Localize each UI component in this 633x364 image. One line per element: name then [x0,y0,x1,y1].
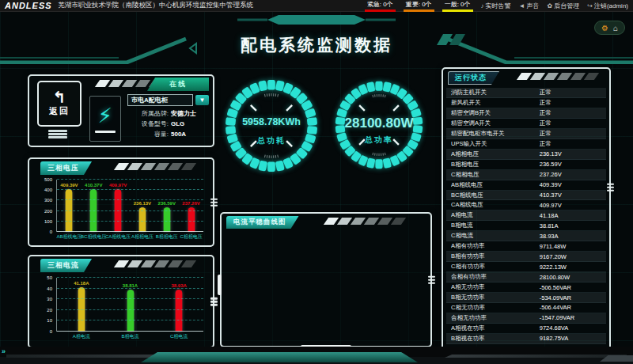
alarm-badge-critical[interactable]: 紧急: 0个 [365,0,396,12]
status-row: 精密空调A开关正常 [446,119,606,129]
menu-label: 注销(admin) [594,2,628,10]
bar-value-label: 41.18A [74,281,89,286]
back-button-label: 返回 [49,105,70,117]
status-row-value: 236.59V [540,161,606,168]
bar-value-label: 409.97V [109,183,127,188]
x-category-label: A相电流 [73,333,90,340]
y-tick-label: 400 [44,188,52,192]
x-category-label: AB相线电压 [56,233,81,241]
field-label: 容量: [127,129,169,139]
bar-slot: 409.97VCA相线电压 [106,180,131,232]
status-row-label: A相有功功率 [451,242,540,250]
status-row: A相有功功率9711.48W [446,241,606,252]
voltage-bar-chart: 0100200300400500 409.39VAB相线电压410.37VBC相… [56,180,203,232]
bar-slot: 409.39VAB相线电压 [57,180,81,232]
bar [127,290,134,332]
status-row-value: 409.97V [540,202,606,209]
status-row: B相有功功率9167.20W [446,252,606,262]
footer-bar-right [445,355,627,358]
cabinet-selector: 市电A配电柜 ▼ [127,94,209,106]
status-row-label: B相相电压 [451,161,540,169]
status-row: CA相线电压409.97V [446,200,606,210]
bar-slot: 236.13VA相相电压 [130,180,154,232]
status-row-value: 正常 [540,119,606,127]
status-row: B相无功功率-534.09VAR [446,293,606,303]
alarm-label: 紧急: [367,1,381,8]
menu-logout[interactable]: ↪注销(admin) [587,2,628,10]
status-row-label: 合相有功功率 [451,273,540,281]
status-row-label: B相电流 [451,222,540,229]
connector-decoration [48,130,67,138]
plot-area: 41.18AA相电流38.81AB相电流38.93AC相电流 [56,278,203,332]
status-row-value: 41.18A [540,212,606,219]
status-row-value: 38.93A [540,233,606,240]
status-row: C相电流38.93A [446,231,606,241]
status-row: C相有功功率9222.13W [446,262,606,272]
status-row: BC相线电压410.37V [446,191,606,201]
total-power-gauge: 28100.80W 总功率 [332,78,426,172]
status-row: A相电流41.18A [446,210,606,221]
status-row-value: -534.09VAR [540,294,606,301]
menu-label: 声音 [526,2,539,10]
panel-grip-decoration [428,275,435,284]
alarm-badge-important[interactable]: 重要: 0个 [404,0,434,12]
settings-gear-icon[interactable]: ⚙ [601,24,608,32]
panel-grip-decoration [607,183,614,191]
status-row: 消防主机开关正常 [446,88,606,98]
status-row: A相视在功率9724.68VA [446,324,606,334]
field-value: GLG [171,119,184,129]
chevron-down-icon[interactable]: ▼ [195,95,209,105]
alarm-badge-general[interactable]: 一般: 0个 [442,0,473,12]
gauge-value: 28100.80W [332,116,426,131]
gauge-label: 总功耗 [222,135,320,146]
curve-panel-tab: 电流平稳曲线图 [226,216,299,229]
device-info-panel: 在线 ↰ 返回 ⚡ 市电A配电柜 ▼ 所属品牌: 安德力士 设备型号: GLG … [28,74,214,147]
bar-slot: 41.18AA相电流 [57,278,106,332]
status-row-label: C相电流 [451,232,540,240]
status-row-value: 9182.75VA [540,335,606,342]
bar [176,290,183,332]
status-row-value: -1547.09VAR [540,314,606,321]
y-tick-label: 0 [50,329,52,334]
panel-decoration-slashes [116,260,194,267]
total-consumption-gauge: 5958.78KWh 总功耗 [222,77,320,175]
home-icon[interactable]: ⌂ [613,24,618,32]
bar-value-label: 410.37V [85,183,102,188]
y-tick-label: 500 [44,177,52,182]
bar-value-label: 236.13V [134,201,151,206]
back-button[interactable]: ↰ 返回 [37,81,81,127]
panel-bracket-decoration [218,275,222,295]
status-badge: 在线 [147,78,209,91]
x-category-label: CA相线电压 [105,233,131,241]
menu-admin[interactable]: ✿后台管理 [547,2,579,10]
x-category-label: BC相线电压 [81,233,106,241]
bar-value-label: 237.26V [182,201,199,206]
status-row-label: A相无功功率 [451,283,540,291]
menu-sound[interactable]: ◄声音 [519,2,540,10]
status-row-label: CA相线电压 [451,201,540,209]
menu-label: 后台管理 [554,2,579,10]
status-row-label: BC相线电压 [451,191,540,199]
status-row: C相相电压237.26V [446,170,606,180]
field-brand: 所属品牌: 安德力士 [127,108,209,119]
y-tick-label: 100 [44,219,52,224]
menu-realtime-alarm[interactable]: ♪实时告警 [481,2,511,10]
status-panel-tab: 运行状态 [448,71,499,85]
cabinet-select-input[interactable]: 市电A配电柜 [127,94,193,106]
status-row-label: C相无功功率 [451,304,540,312]
status-row-value: -506.56VAR [540,284,606,291]
status-row: A相相电压236.13V [446,150,606,160]
bar-slot: 236.59VB相相电压 [154,180,179,232]
plot-area: 409.39VAB相线电压410.37VBC相线电压409.97VCA相线电压2… [56,180,203,232]
status-row: 新风机开关正常 [446,98,606,108]
status-row-label: 新风机开关 [451,99,540,107]
status-row: A相无功功率-506.56VAR [446,282,606,293]
panel-decoration-slashes [326,218,404,225]
gear-icon: ✿ [547,2,552,9]
status-row: 精密空调B开关正常 [446,108,606,119]
power-device-tile: ⚡ [89,96,121,142]
bar-value-label: 409.39V [60,183,78,188]
current-panel-tab: 三相电流 [40,259,92,272]
footer-decoration: » [0,347,633,364]
alarm-label: 一般: [445,1,459,8]
